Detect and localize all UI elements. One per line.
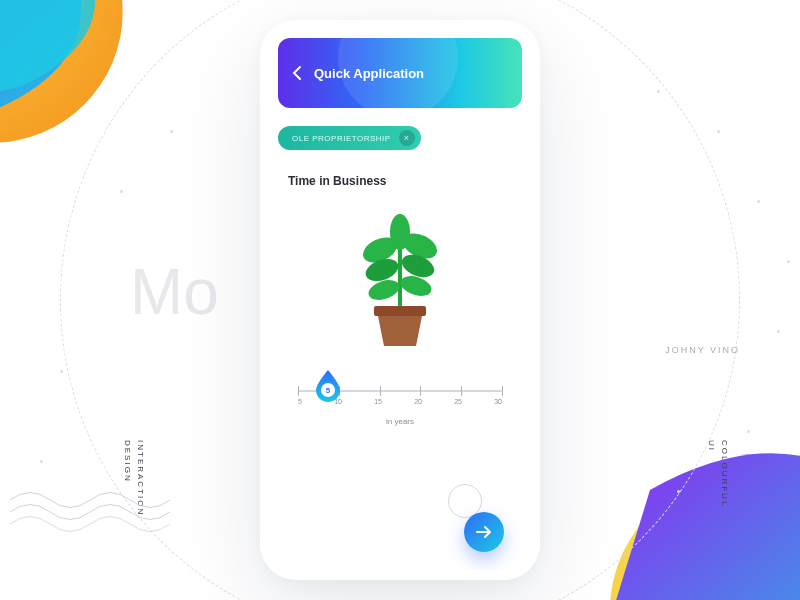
arrow-right-icon — [476, 525, 492, 539]
slider-tick-label: 30 — [494, 398, 502, 405]
bg-dot — [657, 90, 660, 93]
back-button[interactable] — [292, 65, 302, 81]
slider-unit-label: in years — [298, 417, 502, 426]
bg-dot — [747, 430, 750, 433]
business-type-chip[interactable]: OLE PROPRIETORSHIP × — [278, 126, 421, 150]
slider-tick-label: 5 — [298, 398, 302, 405]
next-button[interactable] — [464, 512, 504, 552]
bg-dot — [120, 190, 123, 193]
bg-wavy-lines — [10, 480, 170, 540]
watermark-text: Mo — [130, 255, 219, 329]
bg-dot — [717, 130, 720, 133]
chip-remove-button[interactable]: × — [399, 130, 415, 146]
svg-rect-10 — [374, 306, 426, 316]
bg-dot — [757, 200, 760, 203]
svg-rect-2 — [398, 244, 402, 310]
slider-tick-label: 20 — [414, 398, 422, 405]
chevron-left-icon — [292, 65, 302, 81]
bg-dot — [60, 370, 63, 373]
bg-dot — [777, 330, 780, 333]
close-icon: × — [404, 133, 410, 143]
phone-frame: Quick Application OLE PROPRIETORSHIP × T… — [260, 20, 540, 580]
svg-text:5: 5 — [326, 386, 331, 395]
water-drop-icon: 5 — [314, 368, 342, 402]
bg-dot — [787, 260, 790, 263]
app-header: Quick Application — [278, 38, 522, 108]
slider-handle[interactable]: 5 — [314, 368, 342, 406]
chip-label: OLE PROPRIETORSHIP — [292, 134, 391, 143]
app-title: Quick Application — [314, 66, 424, 81]
side-label-author: JOHNY VINO — [665, 345, 740, 355]
svg-point-9 — [390, 214, 410, 250]
section-title: Time in Business — [288, 174, 530, 188]
years-slider[interactable]: 5 5 10 15 20 25 30 in years — [298, 390, 502, 426]
bg-dot — [170, 130, 173, 133]
slider-tick-label: 15 — [374, 398, 382, 405]
bg-dot — [677, 490, 680, 493]
svg-point-5 — [366, 276, 402, 303]
bg-dot — [40, 460, 43, 463]
plant-illustration — [270, 214, 530, 354]
phone-screen: Quick Application OLE PROPRIETORSHIP × T… — [270, 30, 530, 570]
side-label-colourful-ui: COLOURFULUI — [704, 440, 730, 507]
slider-tick-label: 25 — [454, 398, 462, 405]
